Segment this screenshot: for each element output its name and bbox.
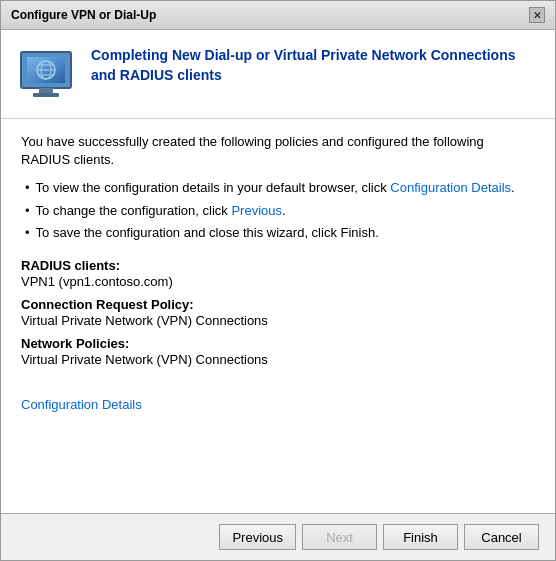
wizard-icon: [17, 46, 77, 106]
bullet-item-2: • To change the configuration, click Pre…: [25, 202, 535, 220]
bullet-item-3: • To save the configuration and close th…: [25, 224, 535, 242]
bullet-dot-2: •: [25, 202, 30, 220]
bullet-item-1: • To view the configuration details in y…: [25, 179, 535, 197]
crp-label: Connection Request Policy:: [21, 297, 535, 312]
detail-group-radius: RADIUS clients: VPN1 (vpn1.contoso.com): [21, 258, 535, 289]
previous-button[interactable]: Previous: [219, 524, 296, 550]
bullet-list: • To view the configuration details in y…: [21, 179, 535, 242]
bullet-text-2: To change the configuration, click Previ…: [36, 202, 286, 220]
close-button[interactable]: ✕: [529, 7, 545, 23]
crp-value: Virtual Private Network (VPN) Connection…: [21, 313, 535, 328]
title-bar: Configure VPN or Dial-Up ✕: [1, 1, 555, 30]
bullet-text-1: To view the configuration details in you…: [36, 179, 515, 197]
window-title: Configure VPN or Dial-Up: [11, 8, 156, 22]
dialog-window: Configure VPN or Dial-Up ✕: [0, 0, 556, 561]
detail-group-crp: Connection Request Policy: Virtual Priva…: [21, 297, 535, 328]
bullet-dot-3: •: [25, 224, 30, 242]
np-value: Virtual Private Network (VPN) Connection…: [21, 352, 535, 367]
content-section: You have successfully created the follow…: [1, 119, 555, 513]
details-section: RADIUS clients: VPN1 (vpn1.contoso.com) …: [21, 258, 535, 367]
bullet-text-3: To save the configuration and close this…: [36, 224, 379, 242]
footer: Previous Next Finish Cancel: [1, 513, 555, 560]
computer-icon: [17, 46, 75, 104]
next-button[interactable]: Next: [302, 524, 377, 550]
finish-button[interactable]: Finish: [383, 524, 458, 550]
detail-group-np: Network Policies: Virtual Private Networ…: [21, 336, 535, 367]
config-link-section: Configuration Details: [21, 387, 535, 412]
svg-rect-3: [39, 88, 53, 93]
intro-text: You have successfully created the follow…: [21, 133, 535, 169]
bullet-dot-1: •: [25, 179, 30, 197]
header-title: Completing New Dial-up or Virtual Privat…: [91, 46, 539, 85]
radius-label: RADIUS clients:: [21, 258, 535, 273]
title-bar-left: Configure VPN or Dial-Up: [11, 8, 156, 22]
svg-rect-4: [33, 93, 59, 97]
header-section: Completing New Dial-up or Virtual Privat…: [1, 30, 555, 119]
radius-value: VPN1 (vpn1.contoso.com): [21, 274, 535, 289]
config-details-link-1[interactable]: Configuration Details: [390, 180, 511, 195]
np-label: Network Policies:: [21, 336, 535, 351]
previous-link[interactable]: Previous: [231, 203, 282, 218]
configuration-details-link[interactable]: Configuration Details: [21, 397, 142, 412]
cancel-button[interactable]: Cancel: [464, 524, 539, 550]
